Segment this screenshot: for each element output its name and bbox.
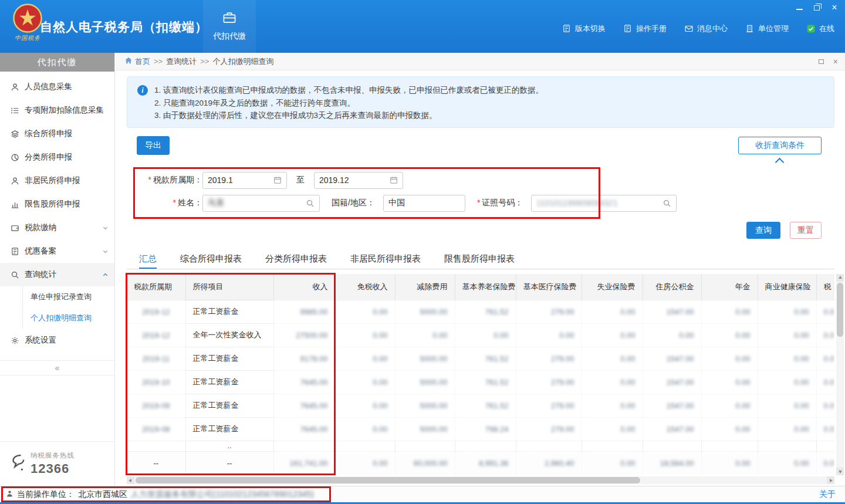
tab-0[interactable]: 汇总 [139, 251, 157, 269]
collapse-query-button[interactable]: 收折查询条件 [738, 137, 822, 154]
export-button[interactable]: 导出 [137, 136, 170, 155]
cell-item: 正常工资薪金 [185, 347, 273, 370]
app-title: 自然人电子税务局（扣缴端） [40, 19, 208, 35]
cell-period [127, 441, 185, 451]
query-button[interactable]: 查询 [746, 222, 780, 239]
tab-1[interactable]: 综合所得申报表 [180, 251, 242, 269]
sidebar-item[interactable]: 限售股所得申报 [0, 192, 114, 216]
cell-value: 9985.00 [273, 300, 335, 323]
vertical-scroll-track[interactable] [836, 282, 844, 468]
table-row[interactable]: 2019-11正常工资薪金9178.000.005000.00761.52279… [127, 347, 834, 370]
tab-4[interactable]: 限售股所得申报表 [444, 251, 515, 269]
period-end-input[interactable]: 2019.12 [314, 172, 403, 189]
header-nav-message-center[interactable]: 消息中心 [684, 23, 728, 34]
cell-value: 0.00 [335, 300, 395, 323]
close-button[interactable]: × [830, 4, 839, 12]
header-nav-label: 消息中心 [697, 23, 728, 34]
cell-value: 2,960.40 [516, 451, 582, 475]
name-value: 马某 [208, 198, 302, 208]
result-table: 税款所属期所得项目收入免税收入减除费用基本养老保险费基本医疗保险费失业保险费住房… [127, 274, 834, 475]
user-icon [6, 490, 13, 499]
sidebar-item[interactable]: 查询统计 [0, 263, 114, 286]
cell-item: -- [185, 451, 273, 475]
header-nav-unit-management[interactable]: 单位管理 [745, 23, 789, 34]
tab-2[interactable]: 分类所得申报表 [265, 251, 327, 269]
sidebar-collapse-button[interactable]: « [0, 360, 114, 376]
scroll-right-arrow-icon[interactable] [827, 476, 834, 484]
table-row[interactable]: 2019-08正常工资薪金7645.000.005000.00798.24279… [127, 417, 834, 441]
minimize-button[interactable] [795, 4, 804, 12]
horizontal-scroll-thumb[interactable] [136, 477, 640, 483]
search-icon[interactable] [663, 199, 671, 208]
logo-caption: 中国税务 [11, 34, 45, 42]
sidebar-item[interactable]: 分类所得申报 [0, 146, 114, 169]
table-row[interactable]: 2019-12正常工资薪金9985.000.005000.00761.52279… [127, 300, 834, 323]
cell-value: 0.00 [758, 323, 816, 347]
cell-value [455, 441, 516, 451]
column-header: 住房公积金 [643, 274, 701, 300]
sidebar-item[interactable]: 人员信息采集 [0, 75, 114, 99]
required-asterisk: * [148, 175, 151, 184]
header-nav-manual[interactable]: 操作手册 [623, 23, 667, 34]
cell-value [701, 441, 758, 451]
column-header: 基本养老保险费 [455, 274, 516, 300]
nation-input[interactable]: 中国 [383, 195, 465, 212]
sidebar-item[interactable]: 专项附加扣除信息采集 [0, 99, 114, 122]
panel-restore-icon[interactable] [819, 59, 824, 64]
vertical-scroll-thumb[interactable] [837, 283, 843, 337]
sidebar-item[interactable]: 综合所得申报 [0, 122, 114, 146]
calendar-icon[interactable] [273, 176, 282, 184]
calendar-icon[interactable] [390, 176, 398, 184]
table-row[interactable]: ----161,741.000.0060,000.008,991.362,960… [127, 451, 834, 475]
sidebar-item[interactable]: 系统设置 [0, 329, 114, 352]
cell-value: 161,741.00 [273, 451, 335, 475]
breadcrumb-home[interactable]: 首页 [124, 56, 150, 67]
scroll-up-arrow-icon[interactable] [836, 274, 844, 282]
id-number-input[interactable]: 110101199909094321 [531, 195, 677, 212]
scroll-left-arrow-icon[interactable] [127, 476, 134, 484]
vertical-scrollbar[interactable] [836, 274, 844, 475]
period-start-input[interactable]: 2019.1 [202, 172, 287, 189]
caret-up-icon [775, 158, 785, 167]
cell-value: 0.00 [335, 417, 395, 441]
reset-button[interactable]: 重置 [790, 222, 822, 239]
gear-icon [11, 336, 19, 345]
id-number-value: 110101199909094321 [536, 198, 659, 208]
cell-period: 2019-10 [127, 370, 185, 394]
header-nav-version-switch[interactable]: 版本切换 [562, 23, 606, 34]
sidebar-subitem[interactable]: 单位申报记录查询 [0, 286, 114, 307]
sidebar-item[interactable]: 税款缴纳 [0, 216, 114, 239]
sidebar-item[interactable]: 优惠备案 [0, 239, 114, 263]
restore-button[interactable] [812, 4, 822, 12]
search-icon[interactable] [306, 199, 315, 208]
breadcrumb: 首页 >> 查询统计 >> 个人扣缴明细查询 × [116, 53, 845, 70]
horizontal-scrollbar[interactable] [127, 476, 834, 484]
cell-item: 正常工资薪金 [185, 417, 273, 441]
cell-value: 0.00 [816, 394, 834, 417]
nation-label: 国籍/地区： [332, 198, 375, 208]
building-icon [745, 24, 755, 33]
table-row[interactable]: 2019-09正常工资薪金7645.000.005000.00761.52279… [127, 394, 834, 417]
column-header: 减除费用 [395, 274, 455, 300]
name-input[interactable]: 马某 [202, 195, 320, 212]
header-nav-online-status[interactable]: 在线 [806, 23, 834, 34]
breadcrumb-separator: >> [154, 57, 163, 66]
horizontal-scroll-track[interactable] [134, 476, 827, 484]
cell-value: 0.00 [335, 347, 395, 370]
sidebar-item[interactable]: 非居民所得申报 [0, 169, 114, 192]
name-label: *姓名： [137, 198, 202, 208]
cell-value: 0.00 [816, 323, 834, 347]
table-row[interactable]: .. [127, 441, 834, 451]
about-link[interactable]: 关于 [819, 489, 836, 500]
scroll-down-arrow-icon[interactable] [836, 468, 844, 475]
table-row[interactable]: 2019-10正常工资薪金7645.000.005000.00761.52279… [127, 370, 834, 394]
cell-item: 正常工资薪金 [185, 300, 273, 323]
module-tab-daikou-daijiao[interactable]: 代扣代缴 [203, 0, 256, 53]
panel-close-icon[interactable]: × [833, 57, 838, 66]
chart-icon [11, 200, 19, 209]
table-row[interactable]: 2019-12全年一次性奖金收入27500.000.000.000.000.00… [127, 323, 834, 347]
app-header: 中国税务 自然人电子税务局（扣缴端） 代扣代缴 版本切换 操作手册 消息中心 单… [0, 0, 845, 53]
cell-value: 0.00 [816, 300, 834, 323]
tab-3[interactable]: 非居民所得申报表 [350, 251, 421, 269]
sidebar-subitem[interactable]: 个人扣缴明细查询 [0, 307, 114, 329]
